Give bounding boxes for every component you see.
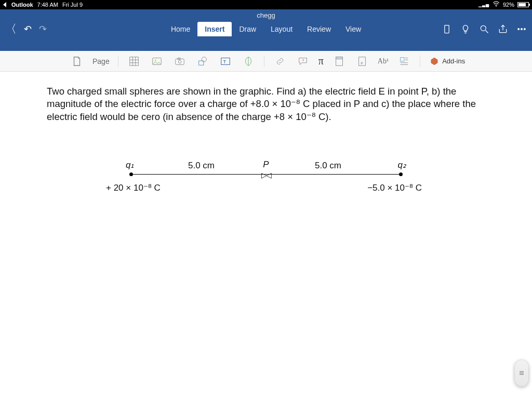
textbox-icon[interactable]: T <box>218 54 233 69</box>
status-time: 7:48 AM <box>37 2 58 8</box>
ribbon-tabs: Home Insert Draw Layout Review View <box>164 22 368 36</box>
more-icon[interactable] <box>516 24 527 34</box>
tab-draw[interactable]: Draw <box>232 22 263 36</box>
search-icon[interactable] <box>479 24 489 34</box>
status-bar: Outlook 7:48 AM Fri Jul 9 ▁▃▅ 92% <box>0 0 532 9</box>
comment-icon[interactable]: + <box>296 54 310 69</box>
equation-button[interactable]: π <box>318 55 324 67</box>
back-button[interactable]: 〈 <box>5 21 17 37</box>
page-label[interactable]: Page <box>92 57 110 65</box>
table-icon[interactable] <box>127 54 141 69</box>
q2-label: q₂ <box>398 159 406 170</box>
left-charge-value: + 20 × 10⁻⁸ C <box>106 182 161 193</box>
battery-pct: 92% <box>503 2 514 8</box>
blank-page-icon[interactable] <box>70 54 84 69</box>
charge-diagram: q₁ 5.0 cm P 5.0 cm q₂ ▷◁ + 20 × 10⁻⁸ C −… <box>115 153 417 195</box>
battery-icon <box>517 2 529 7</box>
document-title: chegg <box>0 9 532 19</box>
svg-text:T: T <box>223 59 226 64</box>
svg-rect-7 <box>129 57 138 65</box>
right-distance-label: 5.0 cm <box>315 161 341 171</box>
point-P-marker: ▷◁ <box>261 171 271 179</box>
camera-icon[interactable] <box>172 54 187 69</box>
svg-rect-27 <box>401 57 404 61</box>
reading-view-icon[interactable] <box>442 24 452 34</box>
tab-insert[interactable]: Insert <box>197 22 232 36</box>
redo-button[interactable]: ↷ <box>39 23 47 35</box>
insert-ribbon: Page T + π # Ab¹ Add-ins <box>0 51 532 72</box>
header-footer-icon[interactable] <box>332 54 347 69</box>
svg-point-15 <box>178 60 181 63</box>
svg-line-3 <box>486 31 488 33</box>
tab-view[interactable]: View <box>338 22 368 36</box>
floating-menu-button[interactable] <box>514 360 529 387</box>
svg-point-5 <box>521 29 523 30</box>
back-triangle-icon[interactable] <box>3 2 6 7</box>
cellular-icon: ▁▃▅ <box>478 3 489 7</box>
left-charge-dot <box>129 172 133 176</box>
svg-point-13 <box>155 59 156 61</box>
svg-point-6 <box>524 29 526 30</box>
svg-text:+: + <box>302 58 304 62</box>
svg-point-2 <box>481 25 486 31</box>
svg-point-18 <box>202 57 206 61</box>
problem-text: Two charged small spheres are shown in t… <box>47 85 485 123</box>
tab-home[interactable]: Home <box>164 22 197 36</box>
svg-rect-24 <box>336 57 342 59</box>
point-P-label: P <box>263 159 269 170</box>
shapes-icon[interactable] <box>195 54 210 69</box>
footnote-button[interactable]: Ab¹ <box>378 57 389 65</box>
wifi-icon <box>493 1 500 9</box>
back-app-label[interactable]: Outlook <box>11 2 33 8</box>
undo-button[interactable]: ↶ <box>24 23 32 35</box>
document-canvas[interactable]: Two charged small spheres are shown in t… <box>0 72 532 399</box>
q1-label: q₁ <box>126 159 134 170</box>
right-charge-dot <box>399 172 403 176</box>
svg-point-4 <box>518 29 520 30</box>
svg-text:#: # <box>361 61 363 65</box>
share-icon[interactable] <box>498 24 508 34</box>
lightbulb-icon[interactable] <box>460 24 471 34</box>
svg-rect-14 <box>175 59 184 64</box>
app-header: chegg 〈 ↶ ↷ Home Insert Draw Layout Revi… <box>0 9 532 51</box>
tab-layout[interactable]: Layout <box>263 22 300 36</box>
link-icon[interactable] <box>273 54 287 69</box>
wrap-text-icon[interactable] <box>397 54 411 69</box>
addins-label: Add-ins <box>442 57 465 65</box>
pictures-icon[interactable] <box>150 54 164 69</box>
tab-review[interactable]: Review <box>300 22 338 36</box>
left-distance-label: 5.0 cm <box>188 161 215 171</box>
svg-rect-1 <box>445 25 449 33</box>
addins-button[interactable]: Add-ins <box>430 57 465 66</box>
status-date: Fri Jul 9 <box>62 2 83 8</box>
icons-icon[interactable] <box>241 54 256 69</box>
right-charge-value: −5.0 × 10⁻⁸ C <box>367 182 422 193</box>
svg-point-0 <box>496 6 497 7</box>
page-number-icon[interactable]: # <box>355 54 369 69</box>
